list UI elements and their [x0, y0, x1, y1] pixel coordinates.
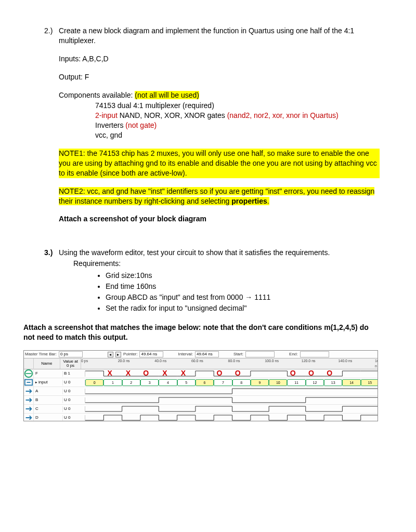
row-input: ▸input U 0 0123456789101112131415 — [24, 378, 378, 387]
row-B: B U 0 — [24, 396, 378, 405]
document-page: 2.) Create a new block diagram and imple… — [0, 0, 416, 532]
q2-output: Output: F — [59, 72, 380, 82]
q2-note2-c: . — [267, 197, 269, 205]
row-D-value: U 0 — [63, 415, 85, 421]
wave-header: Name Value at 0 ps 0 ps20.0 ns40.0 ns60.… — [24, 358, 378, 369]
q2-note2-b: properties — [231, 197, 267, 205]
row-B-name: B — [34, 397, 63, 403]
row-input-label: input — [38, 380, 47, 384]
comp-gates: 2-input NAND, NOR, XOR, XNOR gates (nand… — [95, 111, 380, 121]
start-field[interactable] — [245, 351, 275, 357]
expand-icon[interactable]: ▸ — [35, 380, 37, 384]
req-endtime: End time 160ns — [106, 282, 380, 291]
row-F-name: F — [34, 371, 63, 377]
row-input-name: ▸input — [34, 380, 63, 385]
q2-components-line: Components available: (not all will be u… — [59, 90, 380, 100]
q2-intro: Create a new block diagram and implement… — [59, 26, 380, 46]
comp-vcc-gnd: vcc, gnd — [95, 130, 380, 140]
nav-left-icon[interactable]: ◂ — [108, 352, 113, 357]
q2-inputs: Inputs: A,B,C,D — [59, 54, 380, 64]
q3: 3.) Using the waveform editor, test your… — [44, 248, 380, 320]
row-C-name: C — [34, 406, 63, 412]
row-A-track[interactable] — [85, 387, 378, 395]
time-ruler: 0 ps20.0 ns40.0 ns60.0 ns80.0 ns100.0 ns… — [81, 358, 378, 369]
input-icon — [24, 404, 34, 414]
waveform-screenshot: Master Time Bar: 0 ps ◂ ▸ Pointer: 49.64… — [23, 350, 378, 421]
wave-topbar: Master Time Bar: 0 ps ◂ ▸ Pointer: 49.64… — [24, 351, 378, 358]
row-A: A U 0 — [24, 387, 378, 396]
comp-inv-label: Inverters — [95, 121, 125, 129]
nav-right-icon[interactable]: ▸ — [115, 352, 121, 357]
q3-attach: Attach a screenshot that matches the ima… — [23, 323, 380, 342]
comp-inverters: Inverters (not gate) — [95, 121, 380, 130]
comp-gates-mid: NAND, NOR, XOR, XNOR gates — [118, 111, 227, 119]
bus-icon — [24, 378, 34, 387]
q2-number: 2.) — [44, 26, 59, 36]
start-label: Start: — [233, 352, 243, 357]
comp-gates-suffix: (nand2, nor2, xor, xnor in Quartus) — [227, 111, 339, 119]
row-F-track[interactable]: XXXXOOOOOO — [85, 369, 378, 378]
q3-req-list: Grid size:10ns End time 160ns Group ABCD… — [59, 271, 380, 313]
row-D-name: D — [34, 415, 63, 421]
int-label: Interval: — [178, 352, 192, 357]
q2-note2-a: NOTE2: vcc, and gnd have "inst" identifi… — [59, 187, 374, 205]
ptr-field: 49.64 ns — [139, 351, 163, 357]
row-A-value: U 0 — [63, 389, 85, 394]
end-field[interactable] — [300, 351, 329, 357]
ptr-label: Pointer: — [123, 352, 138, 357]
row-input-value: U 0 — [63, 380, 85, 385]
q2-components-note: (not all will be used) — [135, 91, 199, 99]
input-icon — [24, 387, 34, 396]
int-field: 49.64 ns — [195, 351, 219, 357]
q2-component-list: 74153 dual 4:1 multiplexer (required) 2-… — [95, 101, 380, 140]
q3-number: 3.) — [44, 248, 59, 258]
q2: 2.) Create a new block diagram and imple… — [44, 26, 380, 232]
input-icon — [24, 413, 34, 421]
row-C-value: U 0 — [63, 406, 85, 412]
col-valueat: Value at 0 ps — [60, 358, 81, 369]
row-C: C U 0 — [24, 405, 378, 414]
row-F-value: B 1 — [63, 371, 85, 377]
q2-note2: NOTE2: vcc, and gnd have "inst" identifi… — [59, 187, 380, 206]
row-D-track[interactable] — [85, 414, 378, 421]
comp-74153: 74153 dual 4:1 multiplexer (required) — [95, 101, 380, 111]
req-grid: Grid size:10ns — [106, 271, 380, 281]
q3-req-label: Requirements: — [73, 259, 380, 269]
row-F: F B 1 XXXXOOOOOO — [24, 369, 378, 378]
end-label: End: — [289, 352, 297, 357]
input-icon — [24, 395, 34, 405]
col-name: Name — [34, 358, 61, 369]
row-B-value: U 0 — [63, 397, 85, 403]
row-A-name: A — [34, 389, 63, 394]
row-B-track[interactable] — [85, 396, 378, 404]
q2-components-label: Components available: — [59, 91, 135, 99]
row-input-track[interactable]: 0123456789101112131415 — [85, 378, 378, 387]
mtb-label: Master Time Bar: — [25, 352, 57, 357]
col-valueat-2: 0 ps — [67, 364, 74, 368]
req-radix: Set the radix for input to "unsigned dec… — [106, 303, 380, 313]
q2-attach: Attach a screenshot of your block diagra… — [59, 214, 380, 224]
q3-intro: Using the waveform editor, test your cir… — [59, 248, 380, 258]
output-icon — [24, 369, 34, 378]
mtb-field[interactable]: 0 ps — [59, 351, 83, 357]
row-C-track[interactable] — [85, 405, 378, 413]
wave-body: F B 1 XXXXOOOOOO ▸input U 0 012345678910… — [24, 369, 378, 421]
comp-gates-prefix: 2-input — [95, 111, 118, 119]
comp-inv-note: (not gate) — [125, 121, 157, 129]
row-D: D U 0 — [24, 414, 378, 421]
req-group: Group ABCD as "input" and test from 0000… — [106, 292, 380, 302]
q2-note1: NOTE1: the 74153 chip has 2 muxes, you w… — [59, 149, 380, 178]
